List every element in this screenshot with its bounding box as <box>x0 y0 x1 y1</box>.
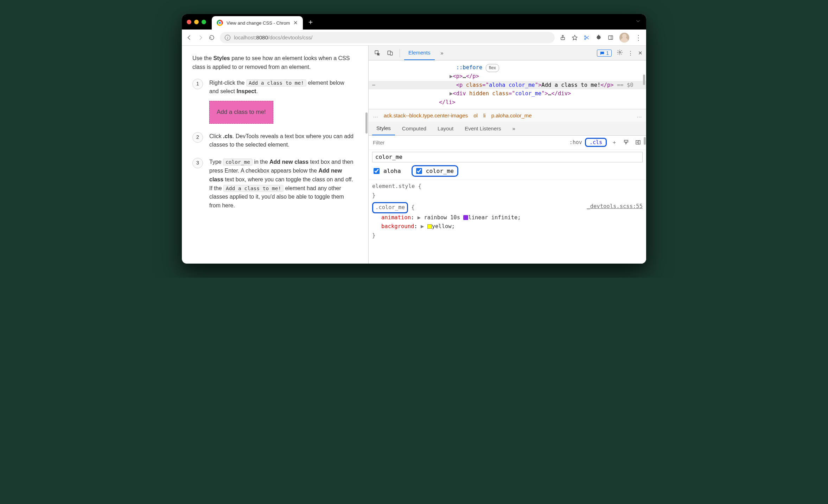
more-icon[interactable]: ⋮ <box>628 50 633 56</box>
reload-button[interactable] <box>209 34 215 41</box>
easing-icon[interactable] <box>463 215 468 220</box>
styles-filter-input[interactable] <box>372 139 567 146</box>
url-text: localhost:8080/docs/devtools/css/ <box>234 34 312 40</box>
computed-sidebar-icon[interactable] <box>633 139 643 146</box>
minimize-window-icon[interactable] <box>194 20 199 24</box>
dom-node[interactable]: ::before flex <box>369 63 646 72</box>
step-1: Right-click the Add a class to me! eleme… <box>192 79 354 124</box>
browser-tab[interactable]: View and change CSS - Chrom ✕ <box>212 16 303 30</box>
forward-button[interactable] <box>197 34 204 41</box>
svg-point-2 <box>585 35 586 37</box>
demo-element[interactable]: Add a class to me! <box>209 101 273 123</box>
cls-panel: aloha color_me <box>369 150 646 180</box>
svg-rect-6 <box>609 35 613 39</box>
dom-node-selected[interactable]: ⋯ <p class="aloha color_me">Add a class … <box>369 81 646 90</box>
svg-marker-1 <box>572 35 577 40</box>
svg-rect-10 <box>390 52 393 55</box>
flex-badge[interactable]: flex <box>486 64 499 72</box>
color-swatch-icon[interactable] <box>427 224 432 229</box>
css-declaration[interactable]: background: ▶ yellow; <box>372 222 643 231</box>
tab-elements[interactable]: Elements <box>404 46 435 60</box>
extensions-icon[interactable] <box>595 34 602 41</box>
page-content: Use the Styles pane to see how an elemen… <box>182 46 365 264</box>
tabs-overflow-icon[interactable]: » <box>437 50 447 56</box>
hov-toggle[interactable]: :hov <box>569 139 582 146</box>
sidepanel-icon[interactable] <box>607 34 614 41</box>
intro-paragraph: Use the Styles pane to see how an elemen… <box>192 54 354 72</box>
tab-title: View and change CSS - Chrom <box>227 20 290 26</box>
share-icon[interactable] <box>560 34 566 41</box>
scissors-icon[interactable] <box>584 34 590 41</box>
svg-point-11 <box>619 52 621 53</box>
dom-node[interactable]: ▶<div hidden class="color_me">…</div> <box>369 89 646 98</box>
css-declaration[interactable]: animation: ▶ rainbow 10s linear infinite… <box>372 213 643 222</box>
dom-tree[interactable]: ::before flex ▶<p>…</p> ⋯ <p class="aloh… <box>369 60 646 109</box>
content-area: Use the Styles pane to see how an elemen… <box>182 46 646 264</box>
issues-badge[interactable]: 1 <box>597 50 612 57</box>
selector-highlight: .color_me <box>372 202 408 213</box>
subtab-layout[interactable]: Layout <box>433 122 458 135</box>
settings-icon[interactable] <box>617 49 623 57</box>
checkbox[interactable] <box>416 168 422 174</box>
code-snippet: Add a class to me! <box>246 79 306 86</box>
paintbrush-icon[interactable] <box>622 139 631 146</box>
close-window-icon[interactable] <box>187 20 191 24</box>
scrollbar-thumb[interactable] <box>644 137 646 145</box>
element-style-rule[interactable]: element.style { <box>372 182 643 191</box>
subtab-event-listeners[interactable]: Event Listeners <box>460 122 505 135</box>
cls-toggle[interactable]: .cls <box>587 138 604 146</box>
maximize-window-icon[interactable] <box>202 20 206 24</box>
scrollbar-thumb[interactable] <box>643 75 645 85</box>
breadcrumb-overflow[interactable]: … <box>373 112 378 118</box>
css-rule[interactable]: .color_me { _devtools.scss:55 <box>372 202 643 213</box>
back-button[interactable] <box>186 34 192 41</box>
site-info-icon[interactable]: i <box>225 35 230 40</box>
bookmark-icon[interactable] <box>572 34 578 41</box>
class-checkbox-color-me-highlight: color_me <box>412 165 458 177</box>
dom-node[interactable]: ▶<p>…</p> <box>369 72 646 81</box>
breadcrumb-item[interactable]: ol <box>473 112 478 118</box>
source-link[interactable]: _devtools.scss:55 <box>587 202 643 211</box>
dom-breadcrumb[interactable]: … ack.stack--block.type.center-images ol… <box>369 109 646 122</box>
new-tab-button[interactable]: ＋ <box>307 17 314 27</box>
styles-subtabs: Styles Computed Layout Event Listeners » <box>369 122 646 136</box>
styles-filter-bar: :hov .cls ＋ <box>369 136 646 150</box>
nav-toolbar: i localhost:8080/docs/devtools/css/ ⋮ <box>182 30 646 46</box>
breadcrumb-item[interactable]: li <box>483 112 486 118</box>
checkbox[interactable] <box>374 168 380 174</box>
step-2: Click .cls. DevTools reveals a text box … <box>192 132 354 150</box>
device-toggle-icon[interactable] <box>385 50 395 56</box>
subtab-computed[interactable]: Computed <box>398 122 431 135</box>
add-class-input[interactable] <box>372 152 643 162</box>
cls-toggle-highlight: .cls <box>585 138 607 147</box>
profile-avatar[interactable] <box>619 33 629 43</box>
breadcrumb-item[interactable]: p.aloha.color_me <box>491 112 532 118</box>
svg-point-3 <box>585 38 586 39</box>
css-rules[interactable]: element.style { } .color_me { _devtools.… <box>369 180 646 242</box>
class-checkbox-aloha[interactable]: aloha <box>372 167 401 175</box>
code-snippet: Add a class to me! <box>223 185 284 192</box>
overflow-dots-icon[interactable]: ⋯ <box>372 81 376 90</box>
breadcrumb-overflow[interactable]: … <box>637 112 642 118</box>
steps-list: Right-click the Add a class to me! eleme… <box>192 79 354 210</box>
close-tab-icon[interactable]: ✕ <box>293 20 298 26</box>
close-devtools-icon[interactable]: ✕ <box>638 50 643 56</box>
subtabs-overflow-icon[interactable]: » <box>508 122 520 135</box>
window-controls <box>187 20 206 24</box>
devtools-panel: Elements » 1 ⋮ ✕ ::before flex <box>368 46 646 264</box>
browser-menu-icon[interactable]: ⋮ <box>635 33 642 42</box>
pane-splitter[interactable] <box>365 46 368 264</box>
browser-window: View and change CSS - Chrom ✕ ＋ i localh… <box>182 14 646 264</box>
address-bar[interactable]: i localhost:8080/docs/devtools/css/ <box>220 32 555 43</box>
chrome-icon <box>217 20 223 26</box>
step-3: Type color_me in the Add new class text … <box>192 158 354 210</box>
titlebar: View and change CSS - Chrom ✕ ＋ <box>182 14 646 30</box>
inspect-icon[interactable] <box>372 50 383 56</box>
svg-rect-12 <box>636 141 640 144</box>
new-style-rule-icon[interactable]: ＋ <box>610 139 619 146</box>
subtab-styles[interactable]: Styles <box>372 122 395 135</box>
breadcrumb-item[interactable]: ack.stack--block.type.center-images <box>384 112 468 118</box>
dom-node[interactable]: </li> <box>369 98 646 107</box>
code-snippet: color_me <box>223 159 253 166</box>
tabs-overflow-icon[interactable] <box>635 18 641 26</box>
